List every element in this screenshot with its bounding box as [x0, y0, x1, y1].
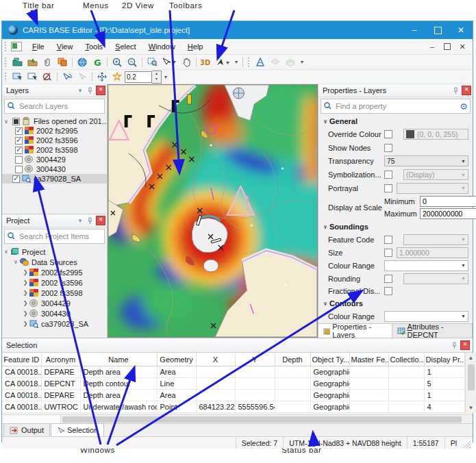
expand-icon[interactable]: ❯ [21, 300, 29, 306]
tree-item-project-root[interactable]: ∨ Project [2, 247, 107, 257]
mdi-restore-button[interactable] [440, 40, 455, 53]
tree-item-layer[interactable]: 2002 fs2995 [2, 126, 107, 136]
menu-tools[interactable]: Tools [79, 40, 109, 53]
menu-select[interactable]: Select [109, 40, 142, 53]
checkbox-checked[interactable] [15, 147, 23, 154]
select-feature-button[interactable] [60, 70, 75, 84]
column-header-x[interactable]: X [196, 353, 235, 366]
feature-code-checkbox[interactable] [384, 236, 392, 244]
expand-icon[interactable]: ❯ [21, 279, 29, 286]
portrayal-checkbox[interactable] [384, 184, 392, 192]
deselect-by-rectangle-button[interactable] [25, 70, 40, 84]
rounding-dropdown[interactable]: ▼ [403, 273, 468, 284]
checkbox-partial[interactable] [12, 118, 20, 125]
import-file-button[interactable] [25, 55, 40, 69]
maximize-button[interactable] [426, 21, 449, 39]
layer-handles-button[interactable] [268, 55, 283, 69]
select-feature-alt-button[interactable] [75, 70, 90, 84]
tree-item-layer[interactable]: 3004429 [2, 155, 107, 164]
column-header-acronym[interactable]: Acronym [41, 353, 80, 366]
table-row[interactable]: CA 00018...DEPAREDepth areaAreaGeographi… [2, 390, 464, 401]
panel-close-button[interactable]: ✕ [96, 86, 105, 95]
column-header-master-feature[interactable]: Master Fe... [349, 353, 388, 366]
resize-grip[interactable] [464, 441, 471, 448]
zoom-factor-stepper[interactable]: ▲▼ [152, 71, 162, 84]
override-colour-checkbox[interactable] [384, 130, 392, 138]
gear-icon[interactable]: ⚙ [458, 101, 470, 112]
transparency-dropdown[interactable]: 75▼ [384, 155, 468, 166]
collapse-icon[interactable]: ∨ [12, 259, 20, 265]
table-row[interactable]: CA 00018...DEPCNTDepth contourLineGeogra… [2, 378, 464, 390]
clear-selection-button[interactable] [40, 70, 55, 84]
zoom-in-button[interactable] [110, 55, 125, 69]
checkbox-unchecked[interactable] [15, 166, 23, 173]
menu-window[interactable]: Window [142, 40, 181, 53]
tree-item-layer[interactable]: 2002 fs3598 [2, 145, 107, 155]
pin-icon[interactable] [449, 340, 459, 350]
rounding-checkbox[interactable] [384, 275, 392, 283]
layers-search-input[interactable] [18, 101, 104, 111]
toolbar-overflow-button[interactable]: ▾ [162, 74, 170, 80]
display-scale-maximum-input[interactable] [420, 208, 476, 219]
colour-range-dropdown[interactable]: ▼ [384, 260, 468, 271]
pan-tool-button[interactable] [179, 55, 194, 69]
feature-code-dropdown[interactable]: ▼ [403, 234, 468, 245]
map-2d-view[interactable] [108, 84, 318, 338]
column-header-y[interactable]: Y [235, 353, 275, 366]
section-general[interactable]: ∨General [318, 115, 473, 127]
contours-colour-range-dropdown[interactable]: ▼ [384, 311, 468, 322]
menu-file[interactable]: File [26, 40, 51, 53]
zoom-area-button[interactable] [145, 55, 160, 69]
symbolization-checkbox[interactable] [384, 171, 392, 179]
checkbox-checked[interactable] [15, 127, 23, 135]
tree-item-source[interactable]: ❯ 2002 fs3596 [2, 277, 107, 288]
fractional-display-checkbox[interactable] [384, 287, 392, 295]
measure-angle-button[interactable] [253, 55, 268, 69]
tree-item-layer[interactable]: 2002 fs3596 [2, 136, 107, 145]
panel-close-button[interactable]: ✕ [462, 86, 471, 95]
zoom-factor-input[interactable]: 0.2 [125, 71, 152, 83]
tree-item-layer-selected[interactable]: ca379028_SA [2, 174, 107, 184]
minimize-button[interactable]: – [403, 21, 426, 39]
tree-item-data-sources[interactable]: ∨ Data Sources [2, 257, 107, 267]
checkbox-checked[interactable] [12, 175, 20, 183]
expand-icon[interactable]: ❯ [21, 321, 29, 327]
symbolization-dropdown[interactable]: (Display)▼ [403, 169, 468, 180]
show-nodes-checkbox[interactable] [384, 144, 392, 152]
tree-item-files-opened[interactable]: ∨ Files opened on 201... [2, 116, 107, 126]
checkbox-unchecked[interactable] [15, 156, 23, 164]
display-scale-minimum-input[interactable] [420, 196, 476, 207]
size-checkbox[interactable] [384, 249, 392, 257]
column-header-depth[interactable]: Depth [275, 353, 310, 366]
expand-icon[interactable]: ❯ [21, 269, 29, 275]
toolbar-grip[interactable] [4, 57, 8, 67]
attach-button[interactable] [40, 55, 55, 69]
tab-output[interactable]: Output [3, 423, 50, 436]
toolbar-grip[interactable] [4, 41, 8, 51]
tree-item-source[interactable]: ❯ 3004430 [2, 308, 107, 318]
copy-layer-button[interactable] [55, 55, 70, 69]
toolbar-grip[interactable] [247, 57, 251, 67]
stepper-down-icon[interactable]: ▼ [152, 77, 161, 83]
stepper-up-icon[interactable]: ▲ [152, 71, 161, 77]
select-tool-button[interactable] [160, 55, 179, 69]
north-arrow-button[interactable] [214, 55, 232, 69]
properties-search-input[interactable] [334, 101, 458, 111]
table-row[interactable]: CA 00018...DEPAREDepth areaAreaGeographi… [2, 366, 464, 378]
section-soundings[interactable]: ∨Soundings [318, 221, 473, 233]
close-button[interactable]: ✕ [449, 21, 473, 39]
scrollbar-thumb[interactable] [62, 416, 462, 423]
open-dataset-button[interactable] [10, 55, 25, 69]
panel-close-button[interactable]: ✕ [460, 340, 470, 350]
toolbar-overflow-button[interactable]: ▾ [232, 59, 240, 65]
panel-menu-icon[interactable]: ▾ [75, 216, 85, 225]
column-header-object-type[interactable]: Object Ty... [310, 353, 349, 366]
panel-menu-icon[interactable]: ▾ [75, 86, 85, 95]
select-by-rectangle-button[interactable] [10, 70, 25, 84]
panel-close-button[interactable]: ✕ [96, 216, 105, 225]
scrollbar-thumb[interactable] [468, 364, 475, 390]
scroll-up-icon[interactable]: ▲ [466, 353, 476, 363]
tab-selection[interactable]: Selection [51, 423, 104, 436]
collapse-icon[interactable]: ∨ [2, 118, 10, 125]
tree-item-source[interactable]: ❯ 2002 fs2995 [2, 267, 107, 277]
